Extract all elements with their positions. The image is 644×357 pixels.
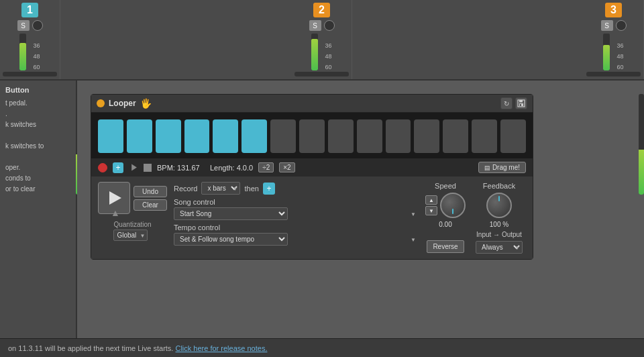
pad-12[interactable] (414, 119, 439, 153)
pad-3[interactable] (156, 119, 181, 153)
sidebar-content: t pedal. . k switches k switches to oper… (5, 98, 70, 195)
pad-9[interactable] (328, 119, 354, 153)
status-message: on 11.3.11 will be applied the next time… (8, 344, 173, 352)
channel-number-1[interactable]: 1 (21, 3, 38, 17)
channel-number-3[interactable]: 3 (605, 3, 622, 17)
solo-button-2[interactable]: S (309, 20, 321, 31)
undo-button[interactable]: Undo (133, 186, 167, 197)
song-control-dropdown-wrapper: Start Song Stop Song None (174, 207, 419, 220)
song-control-dropdown[interactable]: Start Song Stop Song None (174, 207, 288, 220)
right-meter-fill (639, 150, 644, 195)
pad-1[interactable] (98, 119, 123, 153)
spacer-mid (352, 0, 584, 79)
looper-save-button[interactable] (515, 97, 527, 109)
fader-area-2: 36 48 60 (311, 34, 331, 70)
channel-controls-3: S (601, 20, 627, 31)
drag-icon: ▤ (484, 164, 490, 171)
pad-13[interactable] (443, 119, 468, 153)
bpm-label-text: BPM: (157, 164, 175, 172)
div2-button[interactable]: ÷2 (258, 162, 274, 172)
looper-status-dot[interactable] (97, 99, 105, 107)
speed-label: Speed (435, 182, 456, 190)
speed-knob[interactable] (440, 193, 466, 218)
speed-up-button[interactable]: ▲ (425, 195, 437, 205)
play-triangle-icon (109, 191, 121, 205)
pad-15[interactable] (500, 119, 526, 153)
volume-bar-3[interactable] (603, 34, 610, 70)
pad-4[interactable] (184, 119, 210, 153)
solo-button-3[interactable]: S (601, 20, 613, 31)
looper-refresh-button[interactable]: ↻ (500, 97, 513, 109)
mute-dot-2[interactable] (324, 20, 335, 31)
hand-icon: 🖐 (140, 98, 152, 109)
quantize-dropdown[interactable]: Global None 1 bar 2 bars (113, 230, 148, 241)
stop-button[interactable] (144, 164, 152, 172)
record-dropdown[interactable]: x bars 1 bar 2 bars (201, 182, 240, 195)
release-notes-link[interactable]: Click here for release notes. (175, 344, 267, 352)
scrollbar-h-2[interactable] (294, 72, 349, 76)
undo-clear-buttons: Undo Clear (133, 186, 167, 211)
volume-fill-1 (19, 43, 26, 70)
svg-rect-3 (520, 104, 521, 106)
looper-title: Looper (109, 99, 136, 108)
speed-section: Speed ▲ ▼ 0.00 Reverse (425, 182, 466, 254)
feedback-knob[interactable] (486, 193, 512, 218)
status-bar: on 11.3.11 will be applied the next time… (0, 338, 644, 357)
channel-strip-1: 1 S 36 48 60 (0, 0, 60, 79)
mute-dot-3[interactable] (616, 20, 627, 31)
db-60-3: 60 (616, 64, 623, 70)
looper-panel: Looper 🖐 ↻ (91, 94, 533, 260)
pad-grid (91, 113, 533, 158)
always-dropdown-wrapper: Always Never Auto (476, 241, 523, 254)
speed-value: 0.00 (439, 221, 451, 228)
volume-fill-2 (311, 39, 318, 70)
pad-2[interactable] (127, 119, 152, 153)
always-dropdown[interactable]: Always Never Auto (476, 241, 523, 254)
add-button[interactable]: + (113, 162, 123, 173)
then-label: then (244, 185, 258, 193)
fader-labels-1: 36 48 60 (33, 42, 40, 70)
transport-bar: + BPM: 131.67 Length: 4.0.0 ÷2 ×2 ▤ Drag… (91, 158, 533, 176)
pad-8[interactable] (299, 119, 325, 153)
feedback-knob-indicator (498, 196, 500, 201)
feedback-section: Feedback 100 % Input → Output Always Nev… (472, 182, 526, 254)
pad-10[interactable] (357, 119, 382, 153)
sidebar-line-4 (5, 130, 70, 141)
scrollbar-h-1[interactable] (3, 72, 57, 76)
save-icon (517, 99, 525, 107)
record-button[interactable] (98, 163, 107, 172)
volume-bar-2[interactable] (311, 34, 318, 70)
clear-button[interactable]: Clear (133, 199, 167, 211)
up-arrow-icon: ▲ (111, 207, 120, 218)
scrollbar-h-3[interactable] (586, 72, 641, 76)
sidebar-line-7: oper. (5, 162, 70, 173)
speed-down-button[interactable]: ▼ (425, 206, 437, 215)
sidebar-line-3: k switches (5, 119, 70, 130)
pad-6[interactable] (241, 119, 267, 153)
controls-section: Undo Clear Quantization Global None 1 ba… (91, 176, 533, 259)
song-control-label: Song control (174, 198, 419, 206)
mixer-area: 1 S 36 48 60 2 S (0, 0, 644, 81)
pad-5[interactable] (213, 119, 238, 153)
channel-number-2[interactable]: 2 (313, 3, 330, 17)
mute-dot-1[interactable] (32, 20, 43, 31)
pad-7[interactable] (270, 119, 296, 153)
quantize-dropdown-wrapper: Global None 1 bar 2 bars (113, 230, 148, 241)
volume-fill-3 (603, 45, 610, 71)
tempo-dropdown[interactable]: Set & Follow song tempo Follow song temp… (174, 233, 288, 246)
reverse-button[interactable]: Reverse (427, 240, 464, 253)
drag-button[interactable]: ▤ Drag me! (478, 162, 526, 173)
left-sidebar: Button t pedal. . k switches k switches … (0, 81, 77, 338)
then-plus-button[interactable]: + (263, 183, 275, 195)
solo-button-1[interactable]: S (17, 20, 30, 31)
speed-controls: ▲ ▼ (425, 193, 466, 218)
pad-11[interactable] (386, 119, 411, 153)
play-transport-button[interactable] (129, 163, 138, 172)
bpm-label: BPM: 131.67 Length: 4.0.0 (157, 164, 253, 172)
pad-14[interactable] (472, 119, 497, 153)
sidebar-line-8: conds to (5, 173, 70, 184)
left-controls: Undo Clear Quantization Global None 1 ba… (98, 182, 167, 254)
mul2-button[interactable]: ×2 (279, 162, 294, 172)
fader-labels-3: 36 48 60 (616, 42, 623, 70)
volume-bar-1[interactable] (19, 34, 26, 70)
